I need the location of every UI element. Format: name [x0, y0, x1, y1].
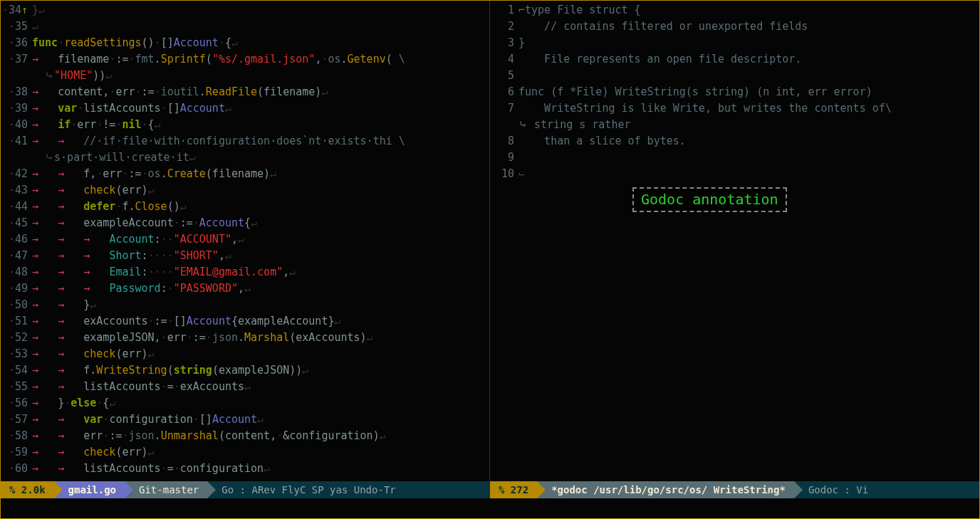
doc-line[interactable]: 5 [490, 68, 979, 84]
code-line[interactable]: ·60→ → listAccounts·=·configuration↵ [1, 461, 489, 477]
doc-line[interactable]: 3} [490, 35, 979, 51]
code-line[interactable]: ·52→ → exampleJSON,·err·:=·json.Marshal(… [1, 330, 489, 346]
status-right: % 272 *godoc /usr/lib/go/src/os/ WriteSt… [490, 481, 979, 498]
code-line[interactable]: ·38→ content,·err·:=·ioutil.ReadFile(fil… [1, 84, 489, 100]
code-line[interactable]: ·37→ filename·:=·fmt.Sprintf("%s/.gmail.… [1, 51, 489, 68]
code-line[interactable]: ·43→ → check(err)↵ [1, 182, 489, 199]
right-godoc-pane[interactable]: 1⌐type File struct {2 // contains filter… [490, 1, 979, 481]
code-line[interactable]: ·55→ → listAccounts·=·exAccounts↵ [1, 379, 489, 395]
code-line[interactable]: ⤷s·part·will·create·it↵ [1, 150, 489, 166]
code-line[interactable]: ·41→ → //·if·file·with·configuration·doe… [1, 133, 489, 150]
status-left: % 2.0k gmail.go Git-master Go : ARev Fly… [1, 481, 490, 498]
code-line[interactable]: ·58→ → err·:=·json.Unmarshal(content,·&c… [1, 428, 489, 444]
code-line[interactable]: ·45→ → exampleAccount·:=·Account{↵ [1, 215, 489, 231]
status-position-right: % 272 [490, 481, 537, 498]
code-line[interactable]: ·46→ → → Account:··"ACCOUNT",↵ [1, 231, 489, 248]
status-modes-right: Godoc : Vi [794, 481, 877, 498]
doc-line[interactable]: 8 than a slice of bytes. [490, 133, 979, 150]
code-line[interactable]: ·56→ }·else·{↵ [1, 395, 489, 411]
code-line[interactable]: ·54→ → f.WriteString(string(exampleJSON)… [1, 362, 489, 379]
code-line[interactable]: ·53→ → check(err)↵ [1, 346, 489, 362]
editor-split: ·34↑}↵·35↵·36func·readSettings()·[]Accou… [1, 1, 979, 481]
doc-line[interactable]: 1⌐type File struct { [490, 2, 979, 19]
code-line[interactable]: ·34↑}↵ [1, 2, 489, 19]
left-code-pane[interactable]: ·34↑}↵·35↵·36func·readSettings()·[]Accou… [1, 1, 490, 481]
code-line[interactable]: ·50→ → }↵ [1, 297, 489, 313]
doc-line[interactable]: 9 [490, 150, 979, 166]
code-line[interactable]: ·35↵ [1, 19, 489, 35]
doc-line[interactable]: 4 File represents an open file descripto… [490, 51, 979, 68]
code-line[interactable]: ·36func·readSettings()·[]Account·{↵ [1, 35, 489, 51]
code-line[interactable]: ·59→ → check(err)↵ [1, 444, 489, 461]
code-line[interactable]: ·51→ → exAccounts·:=·[]Account{exampleAc… [1, 313, 489, 330]
godoc-annotation-label: Godoc annotation [632, 187, 787, 212]
status-position: % 2.0k [1, 481, 54, 498]
code-line[interactable]: ·57→ → var·configuration·[]Account↵ [1, 411, 489, 428]
code-line[interactable]: ·47→ → → Short:····"SHORT",↵ [1, 248, 489, 264]
status-filename: gmail.go [54, 481, 125, 498]
doc-line[interactable]: 6func (f *File) WriteString(s string) (n… [490, 84, 979, 100]
status-vc: Git-master [125, 481, 207, 498]
code-line[interactable]: ·40→ if·err·!=·nil·{↵ [1, 117, 489, 133]
code-line[interactable]: ·42→ → f,·err·:=·os.Create(filename)↵ [1, 166, 489, 182]
doc-line[interactable]: ⤷ string s rather [490, 117, 979, 133]
code-line[interactable]: ·49→ → → Password:·"PASSWORD",↵ [1, 281, 489, 297]
code-line[interactable]: ·39→ var·listAccounts·[]Account↵ [1, 100, 489, 117]
doc-line[interactable]: 2 // contains filtered or unexported fie… [490, 19, 979, 35]
code-line[interactable]: ·48→ → → Email:····"EMAIL@gmail.com",↵ [1, 264, 489, 281]
status-modes: Go : ARev FlyC SP yas Undo-Tr [207, 481, 404, 498]
code-line[interactable]: ⤷"HOME"))↵ [1, 68, 489, 84]
doc-line[interactable]: 10⌙ [490, 166, 979, 182]
status-buffer-right: *godoc /usr/lib/go/src/os/ WriteString* [537, 481, 794, 498]
status-bar: % 2.0k gmail.go Git-master Go : ARev Fly… [1, 481, 979, 498]
code-line[interactable]: ·44→ → defer·f.Close()↵ [1, 199, 489, 215]
doc-line[interactable]: 7 WriteString is like Write, but writes … [490, 100, 979, 117]
